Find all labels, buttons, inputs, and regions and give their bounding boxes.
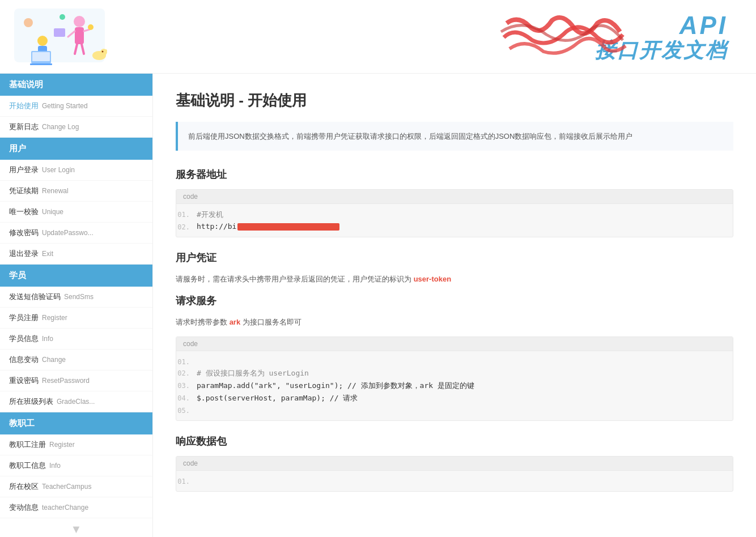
svg-point-5 [88,24,94,30]
code-block-header: code [176,190,733,204]
logo-area [11,6,113,68]
sidebar-item-en: SendSms [64,293,94,301]
sidebar-item-en: Register [49,441,75,449]
sidebar-section-user: 用户 [0,138,152,160]
sidebar-item-renewal[interactable]: 凭证续期 Renewal [0,181,152,202]
section-title-response: 响应数据包 [176,434,733,448]
svg-point-8 [37,36,48,46]
sidebar-item-change[interactable]: 信息变动 Change [0,350,152,370]
sidebar-item-en: Unique [42,208,63,216]
sidebar-item-exit[interactable]: 退出登录 Exit [0,244,152,265]
code-line: 05. [176,404,733,416]
sidebar-item-unique[interactable]: 唯一校验 Unique [0,202,152,223]
sidebar-item-cn: 教职工信息 [9,461,46,471]
sidebar-item-student-register[interactable]: 学员注册 Register [0,308,152,329]
code-line: 01. #开发机 [176,208,733,221]
sidebar-item-send-sms[interactable]: 发送短信验证码 SendSms [0,287,152,308]
sidebar-item-en: Change Log [42,123,79,131]
code-line: 04. $.post(serverHost, paramMap); // 请求 [176,392,733,404]
sidebar-section-teacher: 教职工 [0,412,152,434]
code-block-request: code 01. 02. # 假设接口服务名为 userLogin 03. pa… [176,336,733,421]
header: API 接口开发文档 [0,0,756,74]
sidebar-item-cn: 教职工注册 [9,440,46,450]
sidebar-section-student: 学员 [0,265,152,287]
sidebar-item-en: Register [42,314,67,322]
sidebar-item-en: User Login [42,166,75,174]
sidebar-item-en: Renewal [42,187,69,195]
page-title: 基础说明 - 开始使用 [176,91,733,110]
code-block-server: code 01. #开发机 02. http://bi [176,189,733,237]
sidebar-item-en: TeacherCampus [42,483,91,491]
redaction-overlay [484,12,643,63]
sidebar-item-grade-class[interactable]: 所在班级列表 GradeClas... [0,391,152,412]
sidebar-item-cn: 退出登录 [9,249,39,259]
sidebar-item-en: Exit [42,250,53,258]
sidebar-item-en: ResetPassword [42,377,90,385]
sidebar-item-teacher-change[interactable]: 变动信息 teacherChange [0,497,152,518]
sidebar-item-cn: 开始使用 [9,101,39,111]
code-block-header: code [176,337,733,351]
sidebar-item-cn: 更新日志 [9,122,39,132]
sidebar-section-basic: 基础说明 [0,74,152,96]
sidebar-item-getting-started[interactable]: 开始使用 Getting Started [0,96,152,117]
sidebar-item-en: GradeClas... [57,398,95,406]
sidebar-item-cn: 学员信息 [9,334,39,344]
sidebar-item-cn: 修改密码 [9,228,39,238]
svg-point-15 [104,49,107,52]
sidebar-item-en: teacherChange [42,504,88,512]
svg-rect-2 [75,27,84,44]
sidebar-item-cn: 发送短信验证码 [9,292,61,302]
content-area: 基础说明 - 开始使用 前后端使用JSON数据交换格式，前端携带用户凭证获取请求… [153,74,756,537]
credential-desc: 请服务时，需在请求头中携带用户登录后返回的凭证，用户凭证的标识为 user-to… [176,272,733,285]
section-title-server: 服务器地址 [176,168,733,181]
sidebar-item-teacher-campus[interactable]: 所在校区 TeacherCampus [0,476,152,497]
sidebar-item-cn: 用户登录 [9,165,39,175]
svg-rect-11 [32,52,50,61]
header-title-area: API 接口开发文档 [113,12,745,62]
sidebar-item-en: Change [42,356,66,364]
main-layout: 基础说明 开始使用 Getting Started 更新日志 Change Lo… [0,74,756,537]
sidebar: 基础说明 开始使用 Getting Started 更新日志 Change Lo… [0,74,153,537]
sidebar-item-teacher-register[interactable]: 教职工注册 Register [0,434,152,455]
sidebar-item-cn: 所在校区 [9,481,39,492]
sidebar-item-en: Info [42,335,53,343]
code-lines-response: 01. [176,471,733,491]
sidebar-item-cn: 信息变动 [9,355,39,365]
sidebar-item-cn: 凭证续期 [9,186,39,196]
code-line: 02. # 假设接口服务名为 userLogin [176,367,733,380]
code-lines-request: 01. 02. # 假设接口服务名为 userLogin 03. paramMa… [176,351,733,420]
sidebar-item-en: UpdatePasswo... [42,229,94,237]
code-line: 01. [176,356,733,367]
svg-point-17 [60,14,65,20]
intro-text: 前后端使用JSON数据交换格式，前端携带用户凭证获取请求接口的权限，后端返回固定… [188,132,632,140]
sidebar-item-cn: 所在班级列表 [9,397,53,407]
logo-illustration [11,6,113,68]
sidebar-item-teacher-info[interactable]: 教职工信息 Info [0,455,152,476]
sidebar-item-cn: 重设密码 [9,376,39,386]
svg-point-1 [74,16,85,27]
code-line: 01. [176,475,733,487]
sidebar-item-change-log[interactable]: 更新日志 Change Log [0,117,152,138]
code-block-response: code 01. [176,456,733,492]
sidebar-item-cn: 唯一校验 [9,207,39,217]
sidebar-item-user-login[interactable]: 用户登录 User Login [0,160,152,181]
section-title-request: 请求服务 [176,294,733,308]
code-line: 03. paramMap.add("ark", "userLogin"); //… [176,380,733,392]
request-desc: 请求时携带参数 ark 为接口服务名即可 [176,316,733,329]
sidebar-item-update-password[interactable]: 修改密码 UpdatePasswo... [0,223,152,244]
svg-rect-12 [30,63,52,65]
sidebar-item-en: Getting Started [42,102,88,110]
code-line: 02. http://bi [176,221,733,232]
sidebar-item-reset-password[interactable]: 重设密码 ResetPassword [0,370,152,391]
sidebar-item-cn: 变动信息 [9,502,39,513]
sidebar-item-student-info[interactable]: 学员信息 Info [0,329,152,350]
section-title-credential: 用户凭证 [176,251,733,265]
code-block-header: code [176,457,733,471]
svg-rect-18 [54,28,65,37]
sidebar-item-cn: 学员注册 [9,313,39,323]
svg-point-16 [102,50,104,52]
sidebar-item-en: Info [49,462,61,470]
scroll-indicator: ▼ [0,518,152,537]
code-lines-server: 01. #开发机 02. http://bi [176,204,733,237]
intro-blockquote: 前后端使用JSON数据交换格式，前端携带用户凭证获取请求接口的权限，后端返回固定… [176,122,733,151]
